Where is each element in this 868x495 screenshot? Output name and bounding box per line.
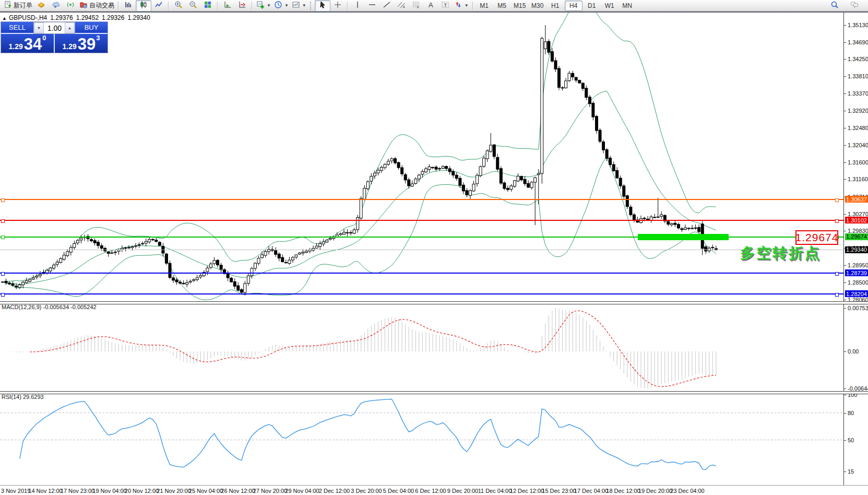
timeframe-m30-button[interactable]: M30 [529,1,546,10]
autotrading-button[interactable]: 自动交易 [78,1,116,11]
rsi-line [20,399,716,469]
line-handle[interactable] [1,198,5,202]
profiles-button[interactable]: ▼ [272,1,290,11]
timeframe-m15-button[interactable]: M15 [512,1,528,10]
rsi-axis-label: 15 [848,468,854,475]
sell-button[interactable]: SELL [1,22,33,34]
object-hline[interactable] [0,293,843,294]
price-callout-box[interactable]: 1.29674 [795,230,838,245]
fibonacci-button[interactable]: F [409,1,423,11]
sell-price[interactable]: 1.29 34 0 [1,34,54,53]
axis-price-label: 1.30270 [848,211,868,217]
object-hline[interactable] [0,220,843,221]
buy-price[interactable]: 1.29 39 3 [55,34,108,53]
pane-splitter[interactable] [0,301,868,304]
chat-button[interactable] [847,1,862,11]
chart-shift-button[interactable] [235,1,249,11]
axis-price-label: 1.31600 [848,159,868,166]
toolbar-separator [347,2,348,10]
axis-tick [844,145,846,146]
auto-scroll-button[interactable] [220,1,235,11]
timeframe-h4-button[interactable]: H4 [565,1,582,11]
community-button[interactable] [49,1,63,11]
timeframe-w1-button[interactable]: W1 [601,1,618,10]
volume-input[interactable]: 1.00 [44,22,65,33]
zoom-out-button[interactable] [186,1,200,11]
equidistant-channel-button[interactable]: E [394,1,409,11]
line-handle[interactable] [1,293,5,297]
bar-chart-button[interactable] [121,1,136,11]
macd-canvas[interactable] [0,303,843,392]
price-axis[interactable]: 1.351301.346901.342501.338101.333701.329… [843,13,868,485]
timeframe-d1-button[interactable]: D1 [584,1,600,10]
axis-tick [844,413,846,414]
axis-price-label: 1.32920 [848,108,868,114]
timeframe-m5-button[interactable]: M5 [494,1,510,10]
new-chart-button[interactable]: ▼ [255,1,272,11]
trendline-button[interactable] [379,1,394,11]
line-handle[interactable] [1,219,5,223]
axis-tick [844,300,846,300]
up-triangle-icon: ▲ [2,16,7,21]
cursor-button[interactable] [315,0,330,11]
crosshair-button[interactable] [330,1,345,11]
object-hline[interactable] [0,199,843,200]
symbol-period: GBPUSD-,H4 [9,14,47,21]
highlight-bar[interactable] [638,234,729,240]
templates-button[interactable]: ▼ [290,1,308,11]
line-handle[interactable] [835,219,839,223]
price-chart-canvas[interactable] [0,13,843,302]
signals-button[interactable] [63,1,78,11]
tile-windows-button[interactable] [200,1,215,11]
line-chart-button[interactable] [151,1,166,11]
timeframe-h1-button[interactable]: H1 [547,1,564,10]
axis-tick [844,76,846,77]
cursor-icon [318,1,327,10]
text-label-icon: T [441,1,449,10]
toolbar-separator [168,2,169,10]
text-label-button[interactable]: T [438,1,453,11]
axis-tick [844,42,846,43]
buy-button[interactable]: BUY [75,22,108,34]
date-label: 20 Nov 12:00 [125,488,159,494]
text-button[interactable]: A [423,1,438,11]
object-hline[interactable] [0,273,843,274]
timeframe-m1-button[interactable]: M1 [476,1,493,10]
date-label: 11 Dec 04:00 [478,488,512,494]
line-handle[interactable] [1,272,5,276]
time-axis[interactable]: 3 Nov 201914 Nov 12:0017 Nov 23:0019 Nov… [0,485,868,495]
axis-price-label: 1.34250 [848,56,868,62]
rsi-canvas[interactable] [0,393,843,485]
zoom-in-button[interactable] [171,1,186,11]
new-order-button[interactable]: 新订单 [2,1,34,11]
axis-price-label: 1.34690 [848,39,868,45]
line-handle[interactable] [835,272,839,276]
rsi-axis-label: 80 [848,410,854,416]
pane-splitter[interactable] [0,391,868,394]
date-label: 17 Nov 23:00 [61,488,94,494]
vertical-line-button[interactable] [350,1,365,11]
arrow-objects-button[interactable]: ▼ [453,1,470,11]
new-chart-icon [256,1,265,10]
horizontal-line-button[interactable] [365,1,379,11]
volume-increase-button[interactable]: ▲ [65,22,75,33]
axis-price-tag: 1.30102 [845,217,868,223]
line-handle[interactable] [835,198,839,202]
timeframe-mn-button[interactable]: MN [619,1,636,10]
candle-chart-button[interactable] [136,0,151,11]
date-label: 14 Nov 12:00 [28,488,62,494]
toolbar-separator [252,2,253,10]
volume-decrease-button[interactable]: ▼ [34,22,44,33]
annotation-text[interactable]: 多空转折点 [740,243,821,263]
toolbar-grip[interactable] [310,2,313,10]
date-label: 23 Dec 04:00 [670,488,704,494]
date-label: 21 Nov 20:00 [157,488,191,494]
line-handle[interactable] [835,293,839,297]
axis-price-label: 1.33810 [848,73,868,79]
sell-price-base: 1.29 [9,41,23,52]
search-button[interactable] [827,1,842,11]
bollinger-lower-band [6,157,716,300]
line-handle[interactable] [1,235,5,239]
mql-market-button[interactable] [34,1,49,11]
zoom-out-icon [189,1,197,10]
